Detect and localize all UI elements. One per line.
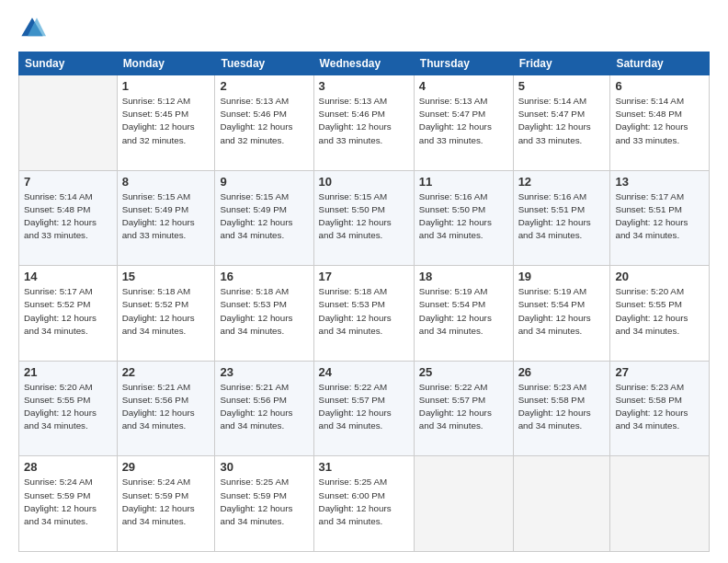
day-number: 20 <box>615 270 704 283</box>
calendar-week-2: 7Sunrise: 5:14 AM Sunset: 5:48 PM Daylig… <box>19 170 710 266</box>
calendar-cell: 31Sunrise: 5:25 AM Sunset: 6:00 PM Dayli… <box>313 456 414 552</box>
day-number: 24 <box>319 365 409 379</box>
calendar-cell: 23Sunrise: 5:21 AM Sunset: 5:56 PM Dayli… <box>215 361 313 456</box>
calendar-cell: 25Sunrise: 5:22 AM Sunset: 5:57 PM Dayli… <box>414 361 513 456</box>
day-info: Sunrise: 5:21 AM Sunset: 5:56 PM Dayligh… <box>122 381 210 433</box>
calendar-cell: 28Sunrise: 5:24 AM Sunset: 5:59 PM Dayli… <box>19 456 118 552</box>
day-number: 18 <box>419 270 508 283</box>
calendar-cell: 12Sunrise: 5:16 AM Sunset: 5:51 PM Dayli… <box>513 170 610 266</box>
header <box>18 15 710 42</box>
day-info: Sunrise: 5:16 AM Sunset: 5:50 PM Dayligh… <box>419 190 508 243</box>
calendar-cell: 8Sunrise: 5:15 AM Sunset: 5:49 PM Daylig… <box>117 170 215 266</box>
calendar-cell: 6Sunrise: 5:14 AM Sunset: 5:48 PM Daylig… <box>610 75 710 171</box>
logo <box>18 15 50 42</box>
calendar-week-4: 21Sunrise: 5:20 AM Sunset: 5:55 PM Dayli… <box>19 361 710 456</box>
calendar-cell: 10Sunrise: 5:15 AM Sunset: 5:50 PM Dayli… <box>313 170 414 266</box>
day-number: 8 <box>122 175 210 189</box>
day-number: 10 <box>319 175 409 189</box>
day-info: Sunrise: 5:14 AM Sunset: 5:48 PM Dayligh… <box>24 190 112 243</box>
calendar-cell: 20Sunrise: 5:20 AM Sunset: 5:55 PM Dayli… <box>610 266 710 362</box>
day-number: 30 <box>220 460 308 474</box>
day-info: Sunrise: 5:23 AM Sunset: 5:58 PM Dayligh… <box>615 381 704 433</box>
day-info: Sunrise: 5:18 AM Sunset: 5:53 PM Dayligh… <box>220 285 308 338</box>
day-number: 17 <box>319 270 409 283</box>
logo-icon <box>18 15 46 42</box>
calendar-cell: 30Sunrise: 5:25 AM Sunset: 5:59 PM Dayli… <box>215 456 313 552</box>
day-number: 14 <box>24 270 112 283</box>
calendar-cell: 27Sunrise: 5:23 AM Sunset: 5:58 PM Dayli… <box>610 361 710 456</box>
calendar-table: SundayMondayTuesdayWednesdayThursdayFrid… <box>18 52 710 552</box>
calendar-cell: 1Sunrise: 5:12 AM Sunset: 5:45 PM Daylig… <box>117 75 215 171</box>
day-number: 19 <box>518 270 606 283</box>
calendar-cell: 14Sunrise: 5:17 AM Sunset: 5:52 PM Dayli… <box>19 266 118 362</box>
day-number: 26 <box>518 365 606 379</box>
col-header-monday: Monday <box>117 52 215 75</box>
calendar-header-row: SundayMondayTuesdayWednesdayThursdayFrid… <box>19 52 710 75</box>
day-number: 3 <box>319 79 409 93</box>
day-number: 2 <box>220 79 308 93</box>
day-number: 1 <box>122 79 210 93</box>
page: SundayMondayTuesdayWednesdayThursdayFrid… <box>0 0 728 563</box>
day-info: Sunrise: 5:18 AM Sunset: 5:53 PM Dayligh… <box>319 285 409 338</box>
day-info: Sunrise: 5:15 AM Sunset: 5:49 PM Dayligh… <box>220 190 308 243</box>
calendar-cell: 3Sunrise: 5:13 AM Sunset: 5:46 PM Daylig… <box>313 75 414 171</box>
day-info: Sunrise: 5:20 AM Sunset: 5:55 PM Dayligh… <box>24 381 112 433</box>
day-info: Sunrise: 5:19 AM Sunset: 5:54 PM Dayligh… <box>518 285 606 338</box>
col-header-tuesday: Tuesday <box>215 52 313 75</box>
day-info: Sunrise: 5:18 AM Sunset: 5:52 PM Dayligh… <box>122 285 210 338</box>
col-header-sunday: Sunday <box>19 52 118 75</box>
day-number: 12 <box>518 175 606 189</box>
day-number: 7 <box>24 175 112 189</box>
day-info: Sunrise: 5:15 AM Sunset: 5:49 PM Dayligh… <box>122 190 210 243</box>
day-number: 22 <box>122 365 210 379</box>
day-number: 15 <box>122 270 210 283</box>
calendar-cell <box>513 456 610 552</box>
calendar-cell: 11Sunrise: 5:16 AM Sunset: 5:50 PM Dayli… <box>414 170 513 266</box>
day-info: Sunrise: 5:25 AM Sunset: 5:59 PM Dayligh… <box>220 476 308 528</box>
day-info: Sunrise: 5:19 AM Sunset: 5:54 PM Dayligh… <box>419 285 508 338</box>
day-number: 16 <box>220 270 308 283</box>
calendar-week-3: 14Sunrise: 5:17 AM Sunset: 5:52 PM Dayli… <box>19 266 710 362</box>
calendar-cell: 26Sunrise: 5:23 AM Sunset: 5:58 PM Dayli… <box>513 361 610 456</box>
col-header-saturday: Saturday <box>610 52 710 75</box>
calendar-week-1: 1Sunrise: 5:12 AM Sunset: 5:45 PM Daylig… <box>19 75 710 171</box>
calendar-cell: 15Sunrise: 5:18 AM Sunset: 5:52 PM Dayli… <box>117 266 215 362</box>
calendar-cell: 13Sunrise: 5:17 AM Sunset: 5:51 PM Dayli… <box>610 170 710 266</box>
day-info: Sunrise: 5:24 AM Sunset: 5:59 PM Dayligh… <box>24 476 112 528</box>
calendar-cell: 22Sunrise: 5:21 AM Sunset: 5:56 PM Dayli… <box>117 361 215 456</box>
day-number: 4 <box>419 79 508 93</box>
calendar-cell: 4Sunrise: 5:13 AM Sunset: 5:47 PM Daylig… <box>414 75 513 171</box>
day-number: 29 <box>122 460 210 474</box>
calendar-cell <box>19 75 118 171</box>
calendar-cell: 17Sunrise: 5:18 AM Sunset: 5:53 PM Dayli… <box>313 266 414 362</box>
day-number: 31 <box>319 460 409 474</box>
day-number: 11 <box>419 175 508 189</box>
day-info: Sunrise: 5:20 AM Sunset: 5:55 PM Dayligh… <box>615 285 704 338</box>
day-number: 6 <box>615 79 704 93</box>
day-number: 5 <box>518 79 606 93</box>
day-info: Sunrise: 5:22 AM Sunset: 5:57 PM Dayligh… <box>319 381 409 433</box>
day-info: Sunrise: 5:14 AM Sunset: 5:47 PM Dayligh… <box>518 95 606 147</box>
calendar-cell: 16Sunrise: 5:18 AM Sunset: 5:53 PM Dayli… <box>215 266 313 362</box>
day-number: 27 <box>615 365 704 379</box>
day-info: Sunrise: 5:21 AM Sunset: 5:56 PM Dayligh… <box>220 381 308 433</box>
calendar-cell: 5Sunrise: 5:14 AM Sunset: 5:47 PM Daylig… <box>513 75 610 171</box>
day-info: Sunrise: 5:22 AM Sunset: 5:57 PM Dayligh… <box>419 381 508 433</box>
day-info: Sunrise: 5:13 AM Sunset: 5:46 PM Dayligh… <box>220 95 308 147</box>
col-header-thursday: Thursday <box>414 52 513 75</box>
day-info: Sunrise: 5:16 AM Sunset: 5:51 PM Dayligh… <box>518 190 606 243</box>
day-number: 13 <box>615 175 704 189</box>
day-number: 21 <box>24 365 112 379</box>
calendar-cell: 29Sunrise: 5:24 AM Sunset: 5:59 PM Dayli… <box>117 456 215 552</box>
day-info: Sunrise: 5:17 AM Sunset: 5:52 PM Dayligh… <box>24 285 112 338</box>
day-number: 25 <box>419 365 508 379</box>
calendar-cell: 19Sunrise: 5:19 AM Sunset: 5:54 PM Dayli… <box>513 266 610 362</box>
calendar-cell: 24Sunrise: 5:22 AM Sunset: 5:57 PM Dayli… <box>313 361 414 456</box>
col-header-wednesday: Wednesday <box>313 52 414 75</box>
calendar-cell: 7Sunrise: 5:14 AM Sunset: 5:48 PM Daylig… <box>19 170 118 266</box>
day-info: Sunrise: 5:23 AM Sunset: 5:58 PM Dayligh… <box>518 381 606 433</box>
day-info: Sunrise: 5:14 AM Sunset: 5:48 PM Dayligh… <box>615 95 704 147</box>
col-header-friday: Friday <box>513 52 610 75</box>
calendar-cell <box>414 456 513 552</box>
day-number: 28 <box>24 460 112 474</box>
